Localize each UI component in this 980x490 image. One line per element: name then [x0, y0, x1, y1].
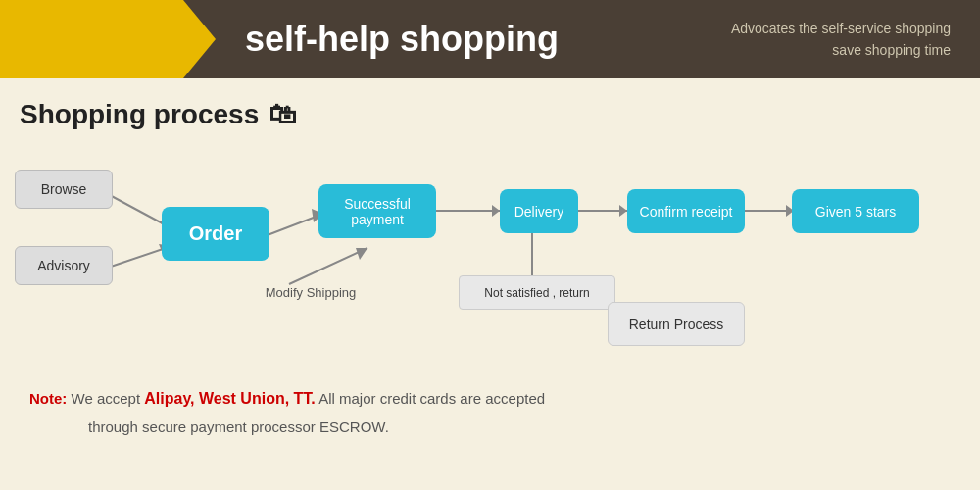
header-subtitle: Advocates the self-service shopping save… [731, 18, 980, 62]
note-text2: All major credit cards are accepted [318, 390, 545, 407]
header-title: self-help shopping [245, 19, 731, 60]
not-satisfied-label: Not satisfied , return [459, 275, 615, 310]
return-process-box: Return Process [608, 302, 745, 346]
delivery-box: Delivery [500, 189, 578, 233]
section-title: Shopping process 🛍 [0, 78, 980, 140]
successful-payment-box: Successful payment [318, 184, 436, 238]
given-5-stars-box: Given 5 stars [792, 189, 919, 233]
advisory-box: Advisory [15, 246, 113, 285]
modify-shipping-label: Modify Shipping [247, 277, 374, 307]
svg-marker-9 [492, 205, 500, 217]
order-box: Order [162, 207, 270, 261]
flow-arrows [0, 140, 980, 375]
note-text1: We accept [72, 390, 145, 407]
header-arrow [0, 0, 216, 78]
svg-marker-7 [356, 248, 368, 260]
note-line1: Note: We accept Alipay, West Union, TT. … [29, 385, 951, 414]
header: self-help shopping Advocates the self-se… [0, 0, 980, 78]
browse-box: Browse [15, 170, 113, 209]
note-section: Note: We accept Alipay, West Union, TT. … [0, 375, 980, 450]
bag-icon: 🛍 [269, 98, 296, 130]
confirm-receipt-box: Confirm receipt [627, 189, 745, 233]
svg-marker-11 [619, 205, 627, 217]
note-label: Note: [29, 390, 67, 407]
note-bold-text: Alipay, West Union, TT. [144, 390, 316, 407]
note-line2: through secure payment processor ESCROW. [29, 414, 951, 440]
flow-diagram: Browse Advisory Order Successful payment… [0, 140, 980, 375]
note-line2-text: through secure payment processor ESCROW. [88, 418, 389, 435]
